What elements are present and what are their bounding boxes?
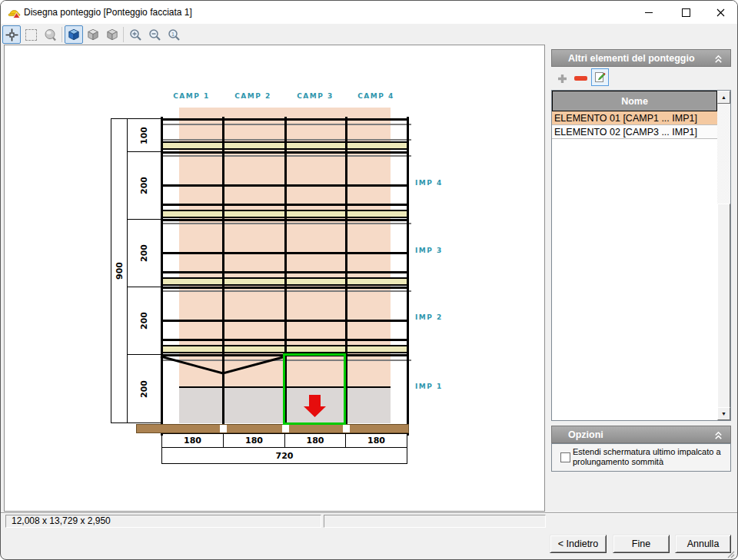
dim-bay-width: 180 (345, 433, 407, 448)
imp-label: IMP 1 (415, 383, 443, 390)
dim-level-height: 200 (127, 151, 161, 220)
svg-text:1: 1 (171, 31, 175, 36)
selected-element-box[interactable] (283, 353, 346, 425)
view-cube-2-icon (86, 28, 100, 41)
elements-panel-title: Altri elementi del ponteggio (568, 53, 695, 64)
elements-panel-header[interactable]: Altri elementi del ponteggio (551, 49, 731, 67)
minimize-button[interactable] (633, 1, 664, 24)
add-icon (557, 74, 567, 84)
collapse-chevron-icon[interactable] (713, 54, 723, 64)
orbit-sphere-icon (44, 28, 57, 41)
close-button[interactable] (705, 1, 736, 24)
view-cube-2-button[interactable] (84, 25, 102, 44)
finish-button[interactable]: Fine (613, 535, 670, 553)
pan-crosshair-icon (5, 28, 18, 41)
dim-level-height: 100 (127, 118, 161, 152)
extend-screen-checkbox[interactable] (560, 452, 570, 462)
remove-element-button[interactable] (574, 76, 587, 81)
selection-marquee-button[interactable] (22, 25, 40, 44)
orbit-sphere-button[interactable] (41, 25, 59, 44)
scroll-up-button[interactable]: ▲ (717, 91, 730, 104)
zoom-in-button[interactable] (126, 25, 145, 44)
view-cube-active-button[interactable] (65, 25, 83, 44)
dim-bay-width: 180 (223, 433, 285, 448)
options-panel-title: Opzioni (568, 429, 603, 440)
list-column-header[interactable]: Nome (552, 91, 717, 111)
cancel-button[interactable]: Annulla (675, 535, 731, 553)
camp-label: CAMP 2 (222, 92, 284, 100)
pan-crosshair-button[interactable] (2, 25, 21, 44)
camp-label: CAMP 4 (345, 92, 407, 100)
dim-level-height: 200 (127, 287, 161, 355)
dim-total-height: 900 (111, 118, 128, 423)
edit-icon (594, 71, 606, 83)
imp-label: IMP 3 (415, 247, 443, 254)
titlebar[interactable]: Disegna ponteggio [Ponteggio facciata 1] (1, 1, 737, 24)
minimize-icon (645, 12, 653, 13)
dim-bay-width: 180 (161, 433, 224, 448)
list-scrollbar[interactable]: ▲ ▼ (717, 91, 730, 420)
selection-marquee-icon (25, 29, 37, 41)
dim-level-height: 200 (127, 219, 161, 287)
maximize-icon (682, 8, 690, 17)
scroll-thumb[interactable] (717, 204, 730, 408)
base-board-gap (282, 425, 289, 432)
zoom-in-icon (129, 28, 142, 41)
app-helmet-icon (8, 6, 21, 22)
statusbar-divider (1, 513, 737, 514)
options-panel-header[interactable]: Opzioni (551, 426, 731, 443)
elements-list: Nome ELEMENTO 01 [CAMP1 ... IMP1] ELEMEN… (551, 90, 731, 421)
close-icon (716, 8, 725, 17)
scaffold-drawing-canvas[interactable]: CAMP 1 CAMP 2 CAMP 3 CAMP 4 IMP 4 IMP 3 … (4, 45, 545, 512)
view-cube-3-button[interactable] (103, 25, 121, 44)
dim-level-height: 200 (127, 354, 161, 423)
collapse-chevron-icon[interactable] (713, 430, 723, 440)
resize-grip[interactable] (726, 550, 735, 558)
scroll-down-button[interactable]: ▼ (717, 407, 730, 420)
camp-label: CAMP 1 (161, 92, 222, 100)
view-cube-3-icon (105, 28, 119, 41)
add-element-button[interactable] (557, 73, 567, 87)
scaffold-standard (222, 117, 224, 424)
statusbar-dimensions: 12,008 x 13,729 x 2,950 (5, 515, 321, 528)
options-panel-body: Estendi schermatura ultimo impalcato a p… (551, 443, 731, 472)
scaffold-standard (407, 117, 409, 436)
zoom-actual-icon: 1 (168, 28, 181, 41)
edit-element-button[interactable] (591, 68, 609, 86)
imp-label: IMP 4 (415, 179, 443, 187)
zoom-out-icon (148, 28, 161, 41)
toolbar-separator (123, 27, 124, 42)
camp-label: CAMP 3 (284, 92, 346, 100)
view-cube-icon (67, 28, 81, 41)
toolbar-separator (62, 27, 62, 42)
maximize-button[interactable] (670, 1, 701, 24)
zoom-out-button[interactable] (145, 25, 164, 44)
statusbar-extra (324, 515, 546, 528)
zoom-actual-button[interactable]: 1 (165, 25, 183, 44)
imp-label: IMP 2 (415, 313, 443, 321)
window-title: Disegna ponteggio [Ponteggio facciata 1] (24, 7, 192, 18)
list-item[interactable]: ELEMENTO 02 [CAMP3 ... IMP1] (552, 125, 717, 139)
dim-bay-width: 180 (284, 433, 346, 448)
base-board (136, 424, 409, 433)
extend-screen-checkbox-label: Estendi schermatura ultimo impalcato a p… (573, 447, 726, 467)
base-board-gap (220, 425, 227, 432)
toolbar: 1 (1, 24, 545, 45)
base-board-gap (343, 425, 350, 432)
back-button[interactable]: < Indietro (550, 535, 607, 553)
dialog-window: Disegna ponteggio [Ponteggio facciata 1] (0, 0, 738, 560)
list-item-selected[interactable]: ELEMENTO 01 [CAMP1 ... IMP1] (552, 111, 717, 125)
dim-total-width: 720 (161, 447, 407, 464)
